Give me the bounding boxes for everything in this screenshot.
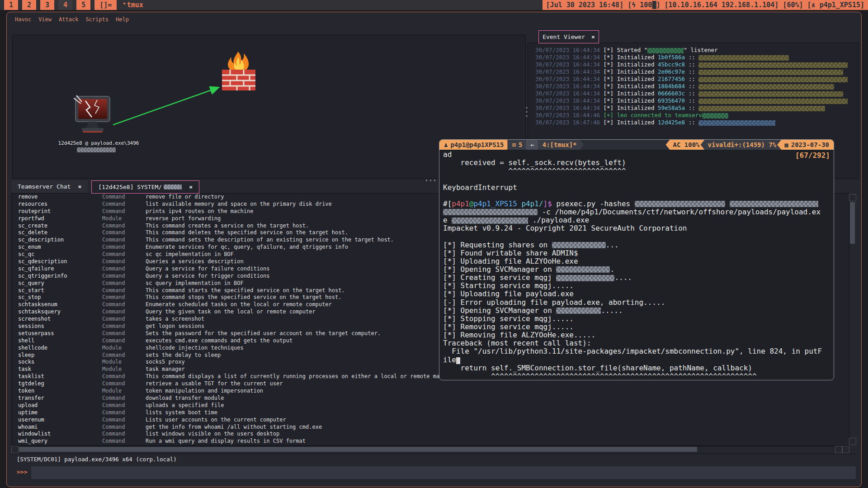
command-row[interactable]: uptimeCommandlists system boot time [12,409,849,417]
command-row[interactable]: whoamiCommandget the info from whoami /a… [12,424,849,431]
command-type: Command [102,316,146,323]
floating-terminal-window[interactable]: ♟p4p1@p4p1XPS15⊞5←4:[tmux]*AC 100%vivald… [439,139,834,380]
command-type: Command [102,417,146,424]
menu-item-help[interactable]: Help [112,16,132,23]
redacted-text [556,275,614,281]
terminal-line: ile [443,356,834,364]
event-log-line: 30/07/2023 16:44:34 [*] Initialized 59e5… [535,104,848,112]
tmux-window-3[interactable]: 3 [40,0,54,10]
command-description: Lists user accounts on the current compu… [146,417,286,423]
command-description: This command starts the specified servic… [146,287,345,294]
command-name: sc_description [18,237,102,244]
tab-agent-session[interactable]: [12d425e8] SYSTEM/× [91,180,199,194]
command-name: routeprint [18,208,102,215]
terminal-output[interactable]: ad received = self._sock.recv(bytes_left… [439,150,834,380]
command-description: sc qc impelmentation in BOF [146,251,234,257]
terminal-line: [*] Starting service mqgj..... [443,282,834,290]
scroll-up-button[interactable] [849,194,856,201]
bottom-tab-bar: Teamserver Chat×[12d425e8] SYSTEM/× [11,180,199,193]
command-description: This command stops the specified service… [146,294,341,300]
redacted-text [698,106,825,111]
vertical-scrollbar-thumb[interactable] [850,202,855,244]
command-description: uploads a specified file [146,402,224,408]
redacted-text [702,113,728,118]
user-icon: ♟ [444,141,448,148]
command-row[interactable]: userenumCommandLists user accounts on th… [12,417,849,424]
tmux-window-4[interactable]: 4 [58,0,72,10]
command-description: sc query implementation in BOF [146,280,244,286]
event-log-line: 30/07/2023 16:44:34 [*] Initialized 2167… [535,76,848,83]
command-type: Command [102,330,146,337]
terminal-line [443,232,834,241]
command-name: transfer [18,395,102,402]
redacted-text [698,99,848,104]
command-name: shell [18,337,102,345]
splitter-grip-vertical[interactable] [525,106,528,118]
command-type: Command [102,287,146,294]
redacted-text [647,48,684,53]
tab-teamserver-chat[interactable]: Teamserver Chat× [11,180,88,193]
command-type: Command [102,208,146,215]
firewall-icon[interactable] [222,52,255,90]
redacted-text [635,201,725,207]
scrollbar-corner [842,446,849,453]
session-status: [SYSTEM/DC01] payload.exe/3496 x64 (corp… [17,456,177,463]
terminal-line: Impacket v0.9.24 - Copyright 2021 Secure… [443,224,834,232]
command-row[interactable]: windowlistCommandlist windows visible on… [12,431,849,438]
pane-marker-icon: ▪ [123,1,125,5]
redacted-text [698,91,843,97]
splitter-grip-horizontal[interactable] [425,179,438,182]
command-description: token manipulation and impersonation [146,388,263,394]
command-type: Module [102,388,146,395]
scroll-down-button[interactable] [849,438,856,445]
command-name: tasklist [18,373,102,380]
close-icon[interactable]: × [591,33,595,40]
command-row[interactable]: tokenModuletoken manipulation and impers… [12,388,849,395]
command-input[interactable] [31,466,856,479]
command-type: Command [102,201,146,208]
command-name: screenshot [18,316,102,323]
terminal-tmux-statusbar: ♟p4p1@p4p1XPS15⊞5←4:[tmux]*AC 100%vivald… [439,140,834,150]
command-row[interactable]: uploadCommanduploads a specified file [12,402,849,409]
command-row[interactable]: tgtdelegCommandretrieve a usable TGT for… [12,380,849,388]
command-row[interactable]: wmi_queryCommandRun a wmi query and disp… [12,438,849,445]
command-type: Command [102,337,146,345]
tmux-pane-title: tmux [127,1,143,9]
menu-item-attack[interactable]: Attack [55,16,82,23]
command-description: executes cmd.exe commands and gets the o… [146,337,292,344]
close-icon[interactable]: × [78,183,81,190]
tmux-window-1[interactable]: 1 [4,0,18,10]
terminal-line: return self._SMBConnection.stor_file(sha… [443,364,834,372]
event-log-line: 30/07/2023 16:44:34 [*] Initialized 45bc… [535,61,848,68]
event-log-line: 30/07/2023 16:44:34 [*] Initialized 0666… [535,90,848,97]
terminal-line: [*] Removing file ALZYOoHe.exe..... [443,331,834,339]
terminal-line: ^^^^^^^^^^^^^^^^^^^^^^^^^^^ [443,167,834,175]
command-name: uptime [18,409,102,417]
command-type: Command [102,409,146,417]
menu-item-scripts[interactable]: Scripts [82,16,112,23]
terminal-line: [*] Removing service mqgj..... [443,323,834,331]
agent-computer-icon[interactable] [74,95,110,133]
command-type: Module [102,366,146,373]
scroll-left-button[interactable] [11,446,19,453]
scroll-right-button[interactable] [835,446,842,453]
terminal-line [443,192,834,200]
terminal-line: ^^^^^^^^^^^^^^^^^^^^^^^^^^^^^^^^^^^^^^^^… [443,372,834,380]
tmux-window-2[interactable]: 2 [22,0,36,10]
menu-item-view[interactable]: View [35,16,55,23]
command-description: get logon sessions [146,323,204,329]
command-name: socks [18,359,102,366]
command-description: sets the delay to sleep [146,352,221,358]
horizontal-scrollbar-thumb[interactable] [19,447,697,452]
statusbar-segment: 4:[tmux]* [538,140,584,150]
terminal-line: [*] Uploading file ALZYOoHe.exe [443,257,834,265]
tmux-window-5[interactable]: 5 [76,0,90,10]
tab-event-viewer[interactable]: Event Viewer × [538,30,599,43]
event-log-line: 30/07/2023 16:44:34 [*] Initialized 6935… [535,97,848,104]
menu-item-havoc[interactable]: Havoc [11,16,35,23]
close-icon[interactable]: × [189,184,193,190]
command-description: Query the given task on the local or rem… [146,308,316,315]
command-name: schtasksenum [18,301,102,308]
terminal-line: File "/usr/lib/python3.11/site-packages/… [443,347,834,355]
command-row[interactable]: transferCommanddownload transfer module [12,395,849,402]
